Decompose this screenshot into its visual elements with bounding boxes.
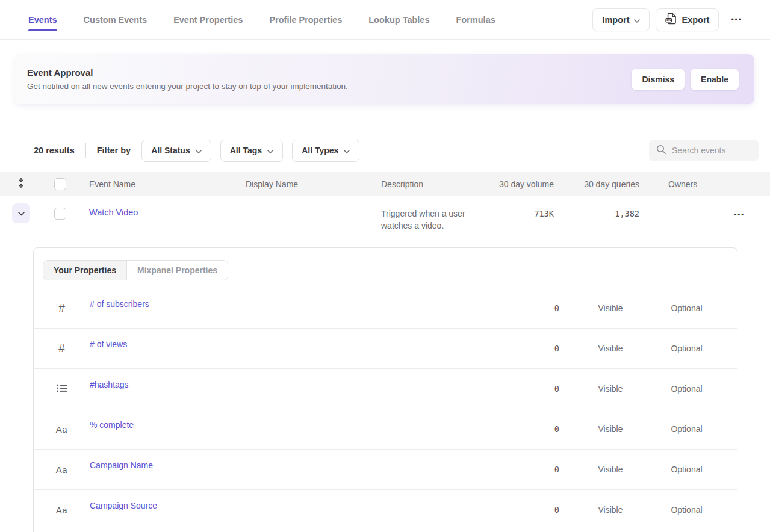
list-type-icon — [57, 384, 67, 394]
event-properties-panel: Your Properties Mixpanel Properties # # … — [33, 247, 737, 532]
property-requirement: Optional — [662, 465, 737, 474]
property-name-link[interactable]: #hashtags — [90, 380, 499, 389]
tags-filter-value: All Tags — [230, 146, 262, 155]
property-count: 0 — [499, 344, 559, 353]
top-navigation: Events Custom Events Event Properties Pr… — [0, 0, 770, 40]
types-filter-dropdown[interactable]: All Types — [292, 140, 359, 162]
svg-text:csv: csv — [666, 19, 671, 22]
tab-mixpanel-properties[interactable]: Mixpanel Properties — [127, 261, 228, 280]
active-tab-underline — [28, 29, 57, 31]
import-button[interactable]: Import — [592, 8, 650, 31]
tab-event-properties[interactable]: Event Properties — [173, 0, 243, 39]
tab-events-label: Events — [28, 15, 57, 25]
chevron-down-icon — [196, 146, 202, 155]
results-count: 20 results — [34, 146, 75, 155]
tab-profile-properties[interactable]: Profile Properties — [269, 0, 342, 39]
tab-custom-events[interactable]: Custom Events — [84, 0, 147, 39]
tab-formulas-label: Formulas — [456, 15, 495, 25]
column-display-name: Display Name — [235, 179, 370, 189]
property-row: Aa % complete 0 Visible Optional — [34, 409, 737, 450]
tab-lookup-tables-label: Lookup Tables — [368, 15, 429, 25]
property-requirement: Optional — [662, 384, 737, 394]
ellipsis-icon: ••• — [734, 211, 745, 218]
tab-formulas[interactable]: Formulas — [456, 0, 495, 39]
property-row: # # of subscribers 0 Visible Optional — [34, 288, 737, 329]
divider — [85, 143, 86, 158]
banner-title: Event Approval — [27, 67, 348, 78]
property-count: 0 — [499, 505, 559, 515]
row-checkbox[interactable] — [54, 208, 66, 220]
chevron-down-icon — [634, 15, 640, 25]
status-filter-value: All Status — [151, 146, 190, 155]
filter-by-label: Filter by — [97, 146, 131, 155]
property-requirement: Optional — [662, 505, 737, 515]
nav-actions: Import csv Export ••• — [592, 8, 746, 31]
property-visibility: Visible — [559, 384, 662, 394]
table-row-watch-video: Watch Video Triggered when a user watche… — [0, 196, 770, 241]
property-row: Aa Campaign Name 0 Visible Optional — [34, 450, 737, 490]
event-queries: 1,382 — [554, 203, 639, 218]
column-owners: Owners — [639, 179, 722, 189]
dismiss-button[interactable]: Dismiss — [632, 69, 685, 90]
column-event-name: Event Name — [78, 179, 235, 189]
search-icon — [656, 144, 666, 156]
ellipsis-icon: ••• — [731, 16, 742, 24]
property-visibility: Visible — [559, 303, 662, 313]
search-box — [649, 140, 759, 161]
property-count: 0 — [499, 465, 559, 474]
property-count: 0 — [499, 303, 559, 313]
select-all-checkbox[interactable] — [54, 178, 66, 190]
chevron-down-icon — [267, 146, 273, 155]
property-requirement: Optional — [662, 303, 737, 313]
property-visibility: Visible — [559, 505, 662, 515]
property-visibility: Visible — [559, 344, 662, 353]
status-filter-dropdown[interactable]: All Status — [141, 140, 211, 162]
property-name-link[interactable]: Campaign Name — [90, 460, 499, 470]
tab-your-properties[interactable]: Your Properties — [43, 261, 127, 280]
export-button-label: Export — [682, 15, 709, 25]
banner-description: Get notified on all new events entering … — [27, 82, 348, 91]
column-description: Description — [370, 179, 488, 189]
number-type-icon: # — [58, 302, 65, 315]
collapse-rows-icon — [17, 178, 25, 190]
text-type-icon: Aa — [56, 465, 67, 475]
text-type-icon: Aa — [56, 424, 67, 435]
event-approval-banner: Event Approval Get notified on all new e… — [15, 54, 754, 104]
search-input[interactable] — [672, 146, 751, 155]
properties-tab-control: Your Properties Mixpanel Properties — [43, 260, 228, 280]
collapse-all-button[interactable] — [17, 178, 25, 190]
event-description: Triggered when a user watches a video. — [370, 203, 488, 232]
import-button-label: Import — [602, 15, 629, 25]
row-more-options-button[interactable]: ••• — [722, 203, 770, 218]
column-volume: 30 day volume — [488, 179, 554, 189]
property-visibility: Visible — [559, 465, 662, 474]
tab-custom-events-label: Custom Events — [84, 15, 147, 25]
property-visibility: Visible — [559, 424, 662, 434]
banner-actions: Dismiss Enable — [632, 69, 739, 90]
tab-lookup-tables[interactable]: Lookup Tables — [368, 0, 429, 39]
export-button[interactable]: csv Export — [656, 8, 719, 31]
filter-toolbar: 20 results Filter by All Status All Tags… — [0, 138, 770, 162]
tab-event-properties-label: Event Properties — [173, 15, 243, 25]
types-filter-value: All Types — [302, 146, 338, 155]
properties-tabs-bar: Your Properties Mixpanel Properties — [34, 248, 737, 288]
event-name-link[interactable]: Watch Video — [78, 203, 235, 217]
collapse-row-button[interactable] — [12, 203, 30, 223]
more-options-button[interactable]: ••• — [727, 16, 746, 24]
property-count: 0 — [499, 424, 559, 434]
property-name-link[interactable]: # of views — [90, 339, 499, 349]
csv-file-icon: csv — [665, 13, 677, 26]
tab-events[interactable]: Events — [28, 0, 57, 39]
property-name-link[interactable]: # of subscribers — [90, 299, 499, 309]
enable-button[interactable]: Enable — [691, 69, 739, 90]
column-queries: 30 day queries — [554, 179, 639, 189]
chevron-down-icon — [344, 146, 350, 155]
text-type-icon: Aa — [56, 505, 67, 515]
property-requirement: Optional — [662, 424, 737, 434]
nav-tabs: Events Custom Events Event Properties Pr… — [28, 0, 495, 39]
property-name-link[interactable]: % complete — [90, 420, 499, 430]
tab-profile-properties-label: Profile Properties — [269, 15, 342, 25]
property-row: Aa Campaign Source 0 Visible Optional — [34, 490, 737, 530]
property-name-link[interactable]: Campaign Source — [90, 501, 499, 510]
tags-filter-dropdown[interactable]: All Tags — [220, 140, 283, 162]
